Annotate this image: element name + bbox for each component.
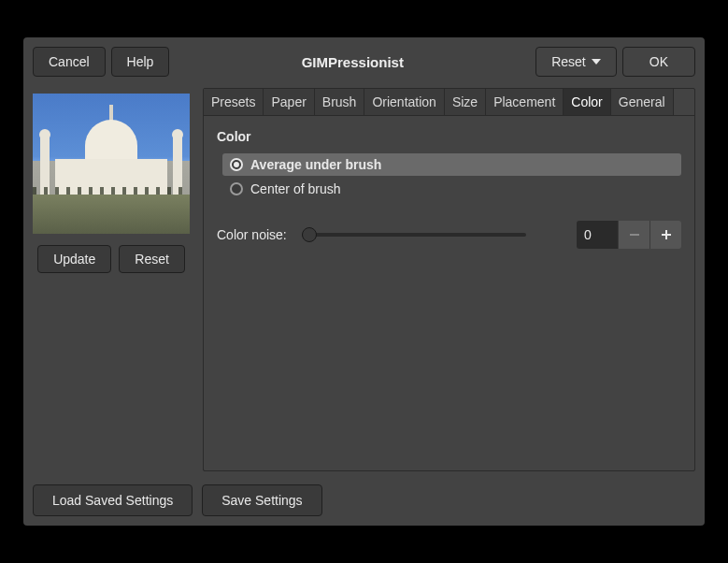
dialog-title: GIMPressionist [175, 54, 530, 70]
color-noise-spinner [577, 221, 681, 249]
tab-presets[interactable]: Presets [204, 89, 264, 115]
help-button[interactable]: Help [111, 47, 170, 77]
tab-placement[interactable]: Placement [486, 89, 564, 115]
tab-orientation[interactable]: Orientation [364, 89, 444, 115]
tab-general[interactable]: General [611, 89, 674, 115]
radio-icon [230, 158, 243, 171]
tab-size[interactable]: Size [445, 89, 486, 115]
svg-rect-0 [630, 234, 639, 236]
cancel-button[interactable]: Cancel [33, 47, 106, 77]
svg-rect-2 [665, 230, 667, 239]
tab-bar: Presets Paper Brush Orientation Size Pla… [204, 89, 694, 116]
reset-dropdown-button[interactable]: Reset [535, 47, 617, 77]
update-button[interactable]: Update [37, 245, 111, 273]
color-noise-input[interactable] [577, 221, 618, 249]
titlebar: Cancel Help GIMPressionist Reset OK [33, 47, 695, 77]
color-noise-slider[interactable] [302, 233, 526, 237]
ok-button[interactable]: OK [622, 47, 695, 77]
footer: Load Saved Settings Save Settings [33, 484, 695, 516]
radio-center-of-brush[interactable]: Center of brush [222, 178, 681, 200]
settings-panel: Presets Paper Brush Orientation Size Pla… [203, 88, 695, 471]
load-saved-settings-button[interactable]: Load Saved Settings [33, 484, 193, 516]
color-noise-label: Color noise: [217, 227, 287, 242]
spinner-increment-button[interactable] [649, 221, 681, 249]
gimpressionist-dialog: Cancel Help GIMPressionist Reset OK Upda… [23, 37, 705, 526]
spinner-decrement-button[interactable] [618, 221, 649, 249]
minus-icon [628, 228, 641, 241]
tab-paper[interactable]: Paper [264, 89, 314, 115]
preview-reset-button[interactable]: Reset [119, 245, 185, 273]
reset-button-label: Reset [551, 54, 586, 69]
radio-label: Center of brush [250, 181, 341, 196]
tab-color[interactable]: Color [564, 89, 610, 115]
radio-icon [230, 182, 243, 195]
slider-thumb[interactable] [302, 227, 317, 242]
save-settings-button[interactable]: Save Settings [202, 484, 321, 516]
color-noise-row: Color noise: [217, 221, 681, 249]
radio-label: Average under brush [250, 157, 381, 172]
color-tab-body: Color Average under brush Center of brus… [204, 116, 694, 470]
color-section-title: Color [217, 129, 681, 144]
plus-icon [660, 228, 673, 241]
preview-panel: Update Reset [33, 88, 190, 471]
content-area: Update Reset Presets Paper Brush Orienta… [33, 88, 695, 471]
preview-image [33, 94, 190, 234]
preview-buttons: Update Reset [37, 245, 185, 273]
chevron-down-icon [592, 59, 601, 65]
radio-average-under-brush[interactable]: Average under brush [222, 153, 681, 176]
tab-brush[interactable]: Brush [315, 89, 365, 115]
